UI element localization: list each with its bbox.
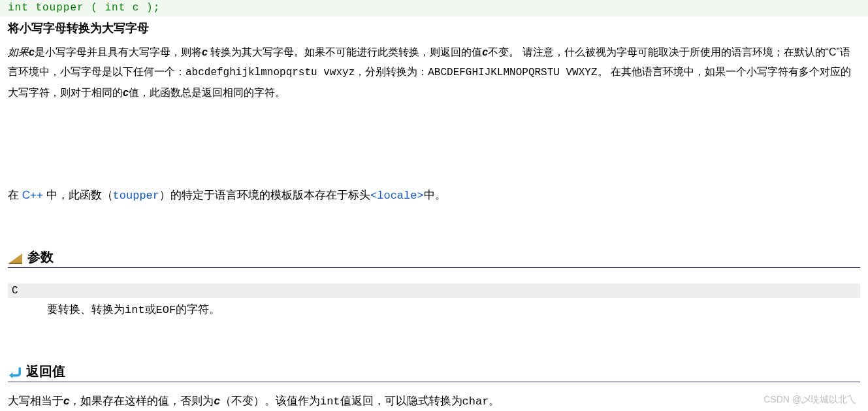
uppercase-set: ABCDEFGHIJKLMNOPQRSTU VWXYZ (428, 67, 597, 78)
desc-text: ，分别转换为： (355, 66, 428, 77)
ret-text: （不变）。该值作为 (220, 395, 320, 407)
triangle-ruler-icon (8, 254, 22, 264)
related-text: 在 (8, 189, 22, 201)
var-c: c (123, 87, 129, 98)
desc-text: 是小写字母并且具有大写字母，则将 (35, 46, 202, 58)
description-paragraph: 如果c是小写字母并且具有大写字母，则将c 转换为其大写字母。如果不可能进行此类转… (8, 42, 860, 103)
cpp-link[interactable]: C++ (22, 189, 43, 201)
prototype-text: int toupper ( int c ); (8, 2, 160, 14)
type-char: char (462, 395, 489, 408)
param-text: 或 (145, 303, 156, 316)
section-header-return: 返回值 (8, 363, 860, 382)
type-int: int (125, 304, 145, 316)
prototype-bar: int toupper ( int c ); (0, 0, 868, 16)
main-heading: 将小写字母转换为大写字母 (8, 20, 860, 36)
related-text: ）的特定于语言环境的模板版本存在于标头 (159, 189, 370, 201)
section-title: 返回值 (26, 363, 65, 380)
var-c: c (202, 46, 208, 58)
macro-eof: EOF (156, 304, 176, 316)
desc-text: 值，此函数总是返回相同的字符。 (129, 87, 285, 98)
var-c: c (482, 46, 488, 58)
var-c: c (29, 46, 35, 58)
section-title: 参数 (27, 248, 54, 266)
related-text: 中。 (424, 189, 446, 201)
ret-text: 大写相当于 (8, 395, 63, 407)
lowercase-set: abcdefghijklmnopqrstu vwxyz (185, 67, 355, 78)
toupper-link[interactable]: toupper (113, 189, 159, 202)
var-c: c (214, 395, 219, 407)
ret-text: ，如果存在这样的值，否则为 (69, 395, 214, 407)
desc-text: 如果 (8, 46, 29, 58)
return-description: 大写相当于c，如果存在这样的值，否则为c（不变）。该值作为int值返回，可以隐式… (8, 391, 860, 411)
return-arrow-icon (8, 367, 21, 379)
section-header-params: 参数 (8, 248, 860, 268)
related-text: 中，此函数（ (43, 189, 113, 201)
param-name-row: C (8, 284, 860, 298)
param-text: 的字符。 (176, 303, 220, 316)
desc-text: 转换为其大写字母。如果不可能进行此类转换，则返回的值 (208, 46, 482, 58)
ret-text: 。 (489, 395, 500, 407)
locale-header-link[interactable]: <locale> (370, 189, 424, 202)
svg-marker-0 (9, 372, 12, 378)
ret-text: 值返回，可以隐式转换为 (340, 395, 462, 407)
related-note: 在 C++ 中，此函数（toupper）的特定于语言环境的模板版本存在于标头<l… (8, 188, 860, 203)
type-int: int (320, 395, 340, 408)
param-description: 要转换、转换为int或EOF的字符。 (8, 298, 860, 317)
param-text: 要转换、转换为 (47, 303, 125, 316)
